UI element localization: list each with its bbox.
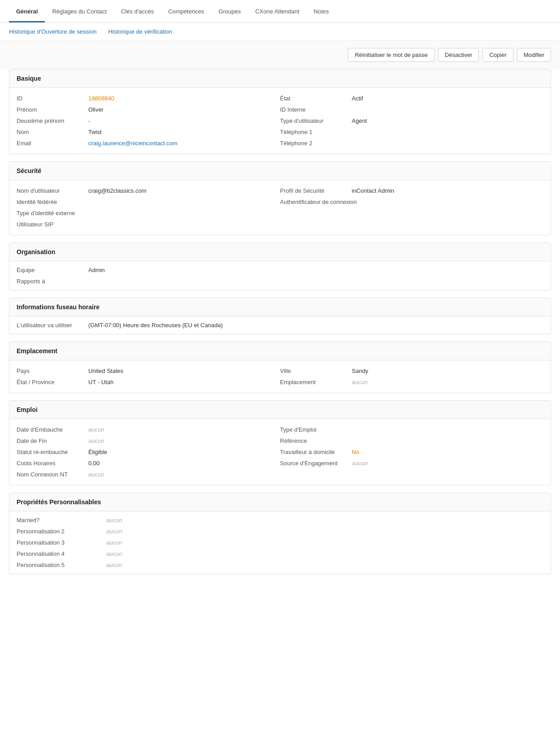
field-married: Married? aucun [17,517,543,524]
field-rehire-status-value: Éligible [88,449,107,455]
field-custom2: Personnalisation 2 aucun [17,528,543,535]
tab-general[interactable]: Général [9,0,45,22]
field-email: Email craig.laurence@niceincontact.com [17,140,280,147]
field-phone2: Téléphone 2 [280,140,544,147]
section-basic-header: Basique [9,69,551,88]
field-sip-user-label: Utilisateur SIP [17,221,88,228]
field-end-date: Date de Fin aucun [17,437,280,444]
field-country: Pays United States [17,368,280,374]
section-security: Sécurité Nom d'utilisateur craig@b2class… [9,161,551,235]
field-firstname-value: Oliver [88,106,104,113]
field-custom5-label: Personnalisation 5 [17,562,106,568]
field-security-profile: Profil de Sécurité inContact Admin [280,187,544,194]
field-lastname-value: Twist [88,129,102,135]
field-state-province-label: État / Province [17,379,88,385]
field-firstname-label: Prénom [17,106,88,113]
field-engagement-source-value: aucun [352,460,368,467]
modify-button[interactable]: Modifier [517,48,551,62]
section-employment-body: Date d'Embauche aucun Date de Fin aucun … [9,419,551,485]
section-organisation-header: Organisation [9,243,551,261]
field-home-worker-label: Travailleur à domicile [280,449,352,455]
action-bar: Réinitialiser le mot de passe Désactiver… [0,41,560,69]
section-employment-header: Emploi [9,401,551,419]
field-custom4-value: aucun [106,550,122,557]
field-location-label: Emplacement [280,379,352,385]
section-location-header: Emplacement [9,342,551,360]
deactivate-button[interactable]: Désactiver [438,48,479,62]
main-content: Basique ID 19809840 Prénom Oliver [0,69,560,590]
section-employment: Emploi Date d'Embauche aucun Date de Fin… [9,400,551,485]
copy-button[interactable]: Copier [482,48,513,62]
section-organisation-body: Équipe Admin Rapports à [9,261,551,290]
field-user-type-value: Agent [352,117,367,124]
field-reference: Référence [280,437,544,444]
field-hourly-costs-value: 0,00 [88,460,100,467]
reset-password-button[interactable]: Réinitialiser le mot de passe [348,48,434,62]
field-auth: Authentificateur de connexion [280,199,544,205]
section-custom-properties-header: Propriétés Personnalisables [9,493,551,511]
field-reports-to-label: Rapports à [17,278,88,285]
field-state: État Actif [280,95,544,102]
tab-access-keys[interactable]: Clés d'accès [114,0,161,22]
field-id-value: 19809840 [88,95,114,102]
field-lastname: Nom Twist [17,129,280,135]
section-timezone-title: Informations fuseau horaire [17,303,100,311]
section-basic-title: Basique [17,75,41,82]
field-nt-login: Nom Connexion NT aucun [17,471,280,478]
section-custom-properties-title: Propriétés Personnalisables [17,498,101,506]
field-timezone-value: (GMT-07:00) Heure des Rocheuses (EU et C… [88,322,223,329]
tab-skills[interactable]: Compétences [161,0,211,22]
field-engagement-source-label: Source d'Engagement [280,460,352,467]
field-user-type: Type d'utilisateur Agent [280,117,544,124]
section-timezone-header: Informations fuseau horaire [9,298,551,316]
field-city: Ville Sandy [280,368,544,374]
section-custom-properties: Propriétés Personnalisables Married? auc… [9,493,551,574]
field-employment-type-label: Type d'Emploi [280,426,352,433]
field-end-date-label: Date de Fin [17,437,88,444]
field-team: Équipe Admin [17,267,543,273]
field-married-label: Married? [17,517,106,524]
tab-cxone[interactable]: CXone Attendant [248,0,306,22]
section-timezone: Informations fuseau horaire L'utilisateu… [9,298,551,334]
subnav-login-history[interactable]: Historique d'Ouverture de session [9,23,104,40]
field-custom2-value: aucun [106,528,122,535]
field-username: Nom d'utilisateur craig@b2classics.com [17,187,280,194]
field-country-value: United States [88,368,123,374]
field-middlename-value: - [88,117,90,124]
field-phone1-label: Téléphone 1 [280,129,352,135]
field-id: ID 19809840 [17,95,280,102]
field-nt-login-label: Nom Connexion NT [17,471,88,478]
field-hourly-costs-label: Coûts Horaires [17,460,88,467]
field-end-date-value: aucun [88,437,104,444]
field-custom3-value: aucun [106,539,122,546]
field-federated-id-label: Identité fédérée [17,199,88,205]
field-internal-id: ID Interne [280,106,544,113]
field-home-worker-value: No [352,449,360,455]
section-location: Emplacement Pays United States État / Pr… [9,342,551,393]
tab-notes[interactable]: Notes [307,0,336,22]
field-custom5: Personnalisation 5 aucun [17,562,543,568]
section-security-header: Sécurité [9,162,551,180]
field-firstname: Prénom Oliver [17,106,280,113]
field-security-profile-label: Profil de Sécurité [280,187,352,194]
field-hire-date: Date d'Embauche aucun [17,426,280,433]
field-state-province: État / Province UT - Utah [17,379,280,385]
section-timezone-body: L'utilisateur va utiliser (GMT-07:00) He… [9,316,551,334]
field-state-province-value: UT - Utah [88,379,113,385]
section-organisation: Organisation Équipe Admin Rapports à [9,242,551,290]
field-reports-to: Rapports à [17,278,543,285]
field-home-worker: Travailleur à domicile No [280,449,544,455]
subnav-verification-history[interactable]: Historique de vérification [108,23,179,40]
field-middlename: Deuxième prénom - [17,117,280,124]
field-id-label: ID [17,95,88,102]
field-sip-user: Utilisateur SIP [17,221,280,228]
tab-contact-settings[interactable]: Réglages du Contact [45,0,113,22]
field-user-type-label: Type d'utilisateur [280,117,352,124]
tab-groups[interactable]: Groupes [211,0,248,22]
field-location: Emplacement aucun [280,379,544,385]
field-city-label: Ville [280,368,352,374]
field-hire-date-value: aucun [88,426,104,433]
field-team-label: Équipe [17,267,88,273]
field-username-label: Nom d'utilisateur [17,187,88,194]
field-email-value[interactable]: craig.laurence@niceincontact.com [88,140,178,147]
